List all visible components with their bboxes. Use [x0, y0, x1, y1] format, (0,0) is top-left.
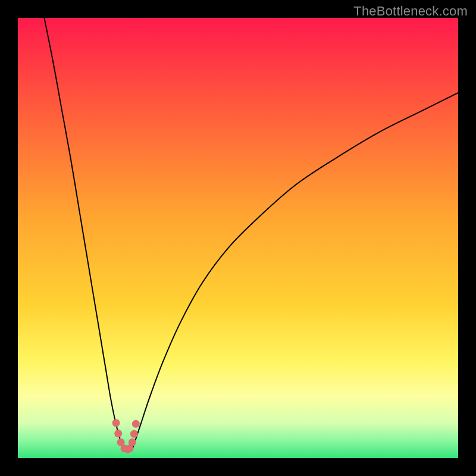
dip-dot [112, 419, 120, 427]
chart-frame [18, 18, 458, 458]
dip-dot [130, 430, 138, 438]
dip-dot [126, 444, 133, 452]
bottleneck-chart [18, 18, 458, 458]
watermark-text: TheBottleneck.com [353, 4, 468, 19]
dip-dot [114, 430, 122, 437]
dip-dot [132, 420, 140, 428]
